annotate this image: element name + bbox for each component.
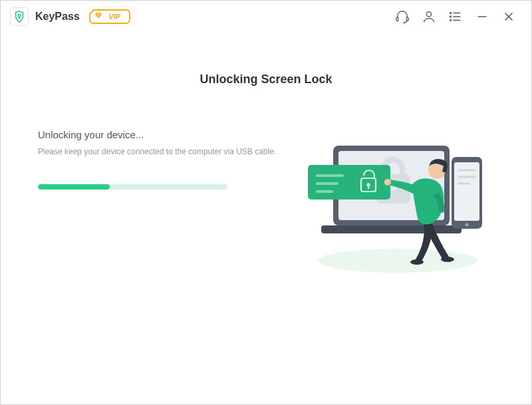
app-logo [10,7,29,26]
instruction-text: Please keep your device connected to the… [38,147,281,156]
svg-point-6 [450,19,452,21]
minimize-icon [475,9,489,24]
svg-point-1 [426,11,431,16]
svg-point-29 [410,259,424,265]
left-column: Unlocking your device... Please keep you… [38,129,281,190]
vip-badge[interactable]: VIP [89,9,132,24]
titlebar: KeyPass VIP [1,1,531,33]
minimize-button[interactable] [473,7,491,26]
status-heading: Unlocking your device... [38,129,281,140]
support-button[interactable] [393,7,412,26]
menu-button[interactable] [446,7,465,26]
svg-point-0 [18,14,21,17]
user-icon [422,9,436,24]
content-row: Unlocking your device... Please keep you… [38,129,494,275]
headset-icon [395,9,410,24]
page-title: Unlocking Screen Lock [38,72,494,86]
svg-rect-13 [321,225,462,233]
menu-list-icon [448,9,463,24]
svg-point-2 [450,12,452,13]
main-content: Unlocking Screen Lock Unlocking your dev… [1,33,531,404]
titlebar-buttons [393,7,518,26]
app-window: KeyPass VIP [0,0,532,405]
phone-icon [452,157,482,229]
vip-diamond-icon: VIP [89,9,130,24]
keypass-logo-icon [14,11,25,23]
vip-label: VIP [108,13,120,21]
close-button[interactable] [499,7,518,26]
unlock-illustration [295,129,494,275]
notification-card-icon [308,165,390,200]
svg-point-31 [384,179,391,186]
illustration-container [295,129,494,275]
app-name: KeyPass [35,11,80,23]
progress-fill [38,184,110,190]
close-icon [501,9,516,24]
svg-point-18 [466,223,469,227]
progress-bar [38,184,227,190]
svg-point-4 [450,16,452,17]
account-button[interactable] [420,7,438,26]
svg-point-30 [441,257,454,262]
ground-shadow-icon [318,249,477,273]
